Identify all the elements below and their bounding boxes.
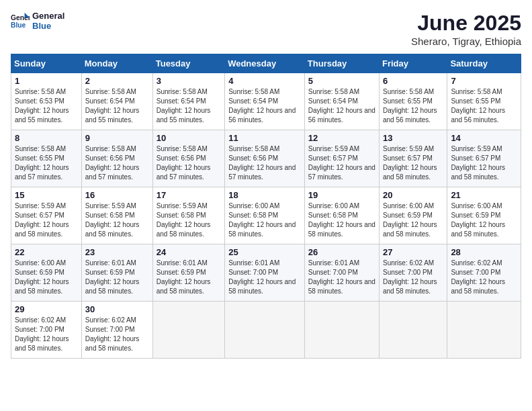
day-number: 17: [157, 190, 221, 200]
day-info: Sunrise: 5:58 AMSunset: 6:56 PMDaylight:…: [85, 145, 140, 181]
calendar-cell: 3 Sunrise: 5:58 AMSunset: 6:54 PMDayligh…: [152, 73, 224, 130]
day-info: Sunrise: 6:02 AMSunset: 7:00 PMDaylight:…: [383, 259, 437, 295]
logo-line1: General: [32, 11, 64, 21]
calendar-cell: 5 Sunrise: 5:58 AMSunset: 6:54 PMDayligh…: [304, 73, 379, 130]
calendar-cell: 26 Sunrise: 6:01 AMSunset: 7:00 PMDaylig…: [304, 244, 379, 302]
page-header: General Blue General Blue June 2025 Sher…: [11, 11, 521, 47]
day-info: Sunrise: 6:00 AMSunset: 6:58 PMDaylight:…: [228, 202, 296, 238]
day-number: 29: [15, 304, 78, 314]
calendar-cell: 7 Sunrise: 5:58 AMSunset: 6:55 PMDayligh…: [447, 73, 521, 130]
calendar-week-4: 22 Sunrise: 6:00 AMSunset: 6:59 PMDaylig…: [11, 244, 521, 302]
col-friday: Friday: [379, 54, 447, 73]
calendar-cell: 21 Sunrise: 6:00 AMSunset: 6:59 PMDaylig…: [447, 187, 521, 244]
calendar-cell: [379, 302, 447, 359]
calendar-cell: 16 Sunrise: 5:59 AMSunset: 6:58 PMDaylig…: [81, 187, 152, 244]
day-info: Sunrise: 6:02 AMSunset: 7:00 PMDaylight:…: [15, 316, 69, 352]
day-info: Sunrise: 5:59 AMSunset: 6:57 PMDaylight:…: [383, 145, 437, 181]
day-number: 22: [15, 247, 78, 257]
day-number: 28: [451, 247, 517, 257]
calendar-cell: [447, 302, 521, 359]
day-info: Sunrise: 6:00 AMSunset: 6:59 PMDaylight:…: [451, 202, 505, 238]
day-info: Sunrise: 6:01 AMSunset: 7:00 PMDaylight:…: [308, 259, 375, 295]
calendar-cell: 23 Sunrise: 6:01 AMSunset: 6:59 PMDaylig…: [81, 244, 152, 302]
day-number: 30: [85, 304, 149, 314]
day-number: 2: [85, 76, 149, 86]
day-number: 8: [15, 133, 78, 143]
day-info: Sunrise: 5:59 AMSunset: 6:58 PMDaylight:…: [157, 202, 211, 238]
day-info: Sunrise: 5:58 AMSunset: 6:54 PMDaylight:…: [85, 88, 140, 124]
calendar-cell: [304, 302, 379, 359]
day-number: 18: [228, 190, 301, 200]
day-info: Sunrise: 5:59 AMSunset: 6:57 PMDaylight:…: [15, 202, 69, 238]
day-number: 16: [85, 190, 149, 200]
day-number: 19: [308, 190, 375, 200]
calendar-cell: 15 Sunrise: 5:59 AMSunset: 6:57 PMDaylig…: [11, 187, 82, 244]
calendar-cell: 6 Sunrise: 5:58 AMSunset: 6:55 PMDayligh…: [379, 73, 447, 130]
calendar-cell: 22 Sunrise: 6:00 AMSunset: 6:59 PMDaylig…: [11, 244, 82, 302]
col-tuesday: Tuesday: [152, 54, 224, 73]
calendar-cell: 1 Sunrise: 5:58 AMSunset: 6:53 PMDayligh…: [11, 73, 82, 130]
day-number: 5: [308, 76, 375, 86]
day-number: 20: [383, 190, 443, 200]
day-number: 9: [85, 133, 149, 143]
calendar-week-5: 29 Sunrise: 6:02 AMSunset: 7:00 PMDaylig…: [11, 302, 521, 359]
calendar-cell: [152, 302, 224, 359]
day-info: Sunrise: 5:59 AMSunset: 6:57 PMDaylight:…: [451, 145, 505, 181]
day-info: Sunrise: 6:00 AMSunset: 6:59 PMDaylight:…: [15, 259, 69, 295]
calendar-cell: 4 Sunrise: 5:58 AMSunset: 6:54 PMDayligh…: [225, 73, 305, 130]
calendar-week-2: 8 Sunrise: 5:58 AMSunset: 6:55 PMDayligh…: [11, 130, 521, 187]
day-info: Sunrise: 6:01 AMSunset: 7:00 PMDaylight:…: [228, 259, 296, 295]
calendar-cell: 24 Sunrise: 6:01 AMSunset: 6:59 PMDaylig…: [152, 244, 224, 302]
day-info: Sunrise: 6:00 AMSunset: 6:58 PMDaylight:…: [308, 202, 375, 238]
calendar-cell: 27 Sunrise: 6:02 AMSunset: 7:00 PMDaylig…: [379, 244, 447, 302]
day-info: Sunrise: 5:58 AMSunset: 6:56 PMDaylight:…: [157, 145, 211, 181]
day-number: 1: [15, 76, 78, 86]
day-info: Sunrise: 5:58 AMSunset: 6:55 PMDaylight:…: [451, 88, 505, 124]
day-info: Sunrise: 5:59 AMSunset: 6:57 PMDaylight:…: [308, 145, 375, 181]
logo-line2: Blue: [32, 21, 64, 31]
col-monday: Monday: [81, 54, 152, 73]
calendar-cell: 20 Sunrise: 6:00 AMSunset: 6:59 PMDaylig…: [379, 187, 447, 244]
day-number: 11: [228, 133, 301, 143]
day-info: Sunrise: 5:58 AMSunset: 6:53 PMDaylight:…: [15, 88, 69, 124]
calendar-title: June 2025: [411, 11, 521, 36]
calendar-cell: 8 Sunrise: 5:58 AMSunset: 6:55 PMDayligh…: [11, 130, 82, 187]
day-number: 21: [451, 190, 517, 200]
calendar-cell: 19 Sunrise: 6:00 AMSunset: 6:58 PMDaylig…: [304, 187, 379, 244]
logo-icon: General Blue: [11, 11, 30, 30]
calendar-cell: 14 Sunrise: 5:59 AMSunset: 6:57 PMDaylig…: [447, 130, 521, 187]
calendar-cell: 9 Sunrise: 5:58 AMSunset: 6:56 PMDayligh…: [81, 130, 152, 187]
day-number: 26: [308, 247, 375, 257]
calendar-cell: 28 Sunrise: 6:02 AMSunset: 7:00 PMDaylig…: [447, 244, 521, 302]
svg-text:Blue: Blue: [11, 21, 26, 29]
calendar-cell: 2 Sunrise: 5:58 AMSunset: 6:54 PMDayligh…: [81, 73, 152, 130]
calendar-week-1: 1 Sunrise: 5:58 AMSunset: 6:53 PMDayligh…: [11, 73, 521, 130]
calendar-table: Sunday Monday Tuesday Wednesday Thursday…: [11, 54, 521, 359]
day-number: 10: [157, 133, 221, 143]
calendar-cell: 10 Sunrise: 5:58 AMSunset: 6:56 PMDaylig…: [152, 130, 224, 187]
calendar-cell: 12 Sunrise: 5:59 AMSunset: 6:57 PMDaylig…: [304, 130, 379, 187]
day-info: Sunrise: 5:58 AMSunset: 6:55 PMDaylight:…: [15, 145, 69, 181]
calendar-cell: 17 Sunrise: 5:59 AMSunset: 6:58 PMDaylig…: [152, 187, 224, 244]
day-info: Sunrise: 5:58 AMSunset: 6:55 PMDaylight:…: [383, 88, 437, 124]
day-number: 24: [157, 247, 221, 257]
col-sunday: Sunday: [11, 54, 82, 73]
col-thursday: Thursday: [304, 54, 379, 73]
col-wednesday: Wednesday: [225, 54, 305, 73]
calendar-cell: [225, 302, 305, 359]
day-info: Sunrise: 5:58 AMSunset: 6:54 PMDaylight:…: [228, 88, 296, 124]
day-number: 14: [451, 133, 517, 143]
logo: General Blue General Blue: [11, 11, 64, 31]
day-number: 23: [85, 247, 149, 257]
calendar-cell: 11 Sunrise: 5:58 AMSunset: 6:56 PMDaylig…: [225, 130, 305, 187]
calendar-week-3: 15 Sunrise: 5:59 AMSunset: 6:57 PMDaylig…: [11, 187, 521, 244]
day-info: Sunrise: 5:58 AMSunset: 6:56 PMDaylight:…: [228, 145, 296, 181]
calendar-subtitle: Sheraro, Tigray, Ethiopia: [411, 36, 521, 47]
day-info: Sunrise: 6:02 AMSunset: 7:00 PMDaylight:…: [85, 316, 140, 352]
day-info: Sunrise: 5:59 AMSunset: 6:58 PMDaylight:…: [85, 202, 140, 238]
title-block: June 2025 Sheraro, Tigray, Ethiopia: [411, 11, 521, 47]
calendar-header-row: Sunday Monday Tuesday Wednesday Thursday…: [11, 54, 521, 73]
day-number: 6: [383, 76, 443, 86]
day-number: 13: [383, 133, 443, 143]
calendar-cell: 29 Sunrise: 6:02 AMSunset: 7:00 PMDaylig…: [11, 302, 82, 359]
